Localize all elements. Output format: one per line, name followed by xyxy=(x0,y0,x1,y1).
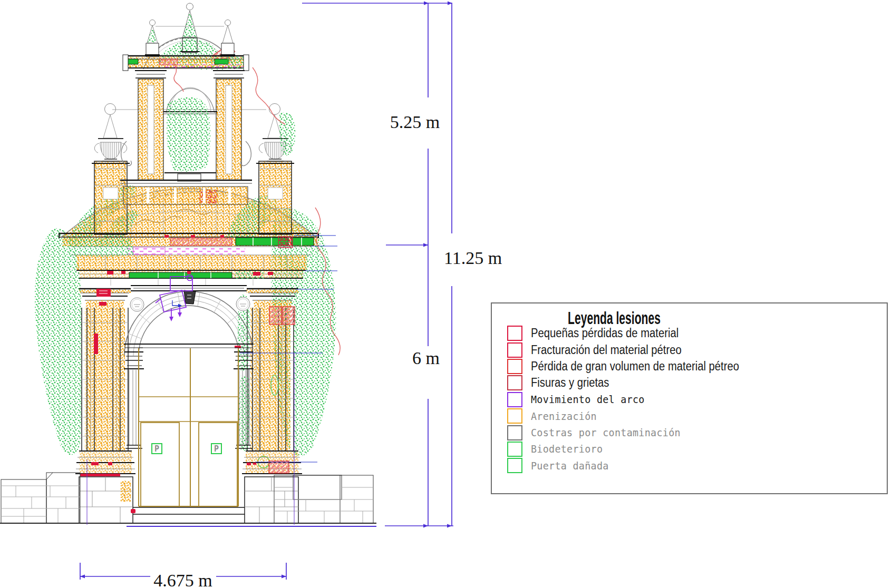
right-column-group xyxy=(238,289,298,468)
perdida-gran-volumen-label: Pérdida de gran volumen de material pétr… xyxy=(531,359,739,374)
door: P P xyxy=(139,344,238,506)
legend-row-perdida-gran-volumen: Pérdida de gran volumen de material pétr… xyxy=(507,358,883,375)
legend-row-costras: Costras por contaminación xyxy=(507,424,883,440)
movimiento-arco-swatch-icon xyxy=(507,392,522,407)
large-loss-patch xyxy=(269,307,282,325)
damaged-door-symbol: P xyxy=(154,444,159,454)
movimiento-arco-label: Movimiento del arco xyxy=(531,393,645,406)
puerta-danada-swatch: P xyxy=(507,458,522,473)
puerta-danada-label: Puerta dañada xyxy=(531,459,609,472)
pequenas-perdidas-swatch-icon xyxy=(507,326,522,341)
legend-row-arenizacion: Arenización xyxy=(507,408,883,424)
perdida-gran-volumen-swatch xyxy=(507,359,522,374)
left-urn xyxy=(92,104,130,235)
legend-row-puerta-danada: P Puerta dañada xyxy=(507,457,883,474)
legend-row-movimiento-arco: Movimiento del arco xyxy=(507,391,883,408)
legend-row-fracturacion: Fracturación del material pétreo xyxy=(507,341,883,358)
legend-row-biodeterioro: Biodeterioro xyxy=(507,441,883,457)
costras-swatch-icon xyxy=(507,425,522,440)
right-urn xyxy=(256,104,296,235)
fracturacion-swatch xyxy=(507,342,522,358)
green-band xyxy=(129,272,232,278)
legend-row-fisuras-grietas: Fisuras y grietas xyxy=(507,375,883,391)
puerta-danada-swatch-icon: P xyxy=(507,458,522,473)
small-loss-band xyxy=(80,474,120,476)
biodeterioro-label: Biodeterioro xyxy=(531,443,603,455)
facade-drawing: P P xyxy=(0,0,892,588)
imposts xyxy=(124,344,254,448)
arenizacion-label: Arenización xyxy=(531,410,597,423)
legend-row-pequenas-perdidas: Pequeñas pérdidas de material xyxy=(507,325,883,341)
costras-label: Costras por contaminación xyxy=(531,426,681,439)
condition-assessment-sheet: P P xyxy=(0,0,892,588)
legend-items: Pequeñas pérdidas de material Fracturaci… xyxy=(507,325,883,474)
main-arch xyxy=(124,290,253,356)
dim-width: 4.675 m xyxy=(153,571,212,588)
small-loss-mark xyxy=(96,289,111,297)
pequenas-perdidas-swatch xyxy=(507,326,522,341)
pequenas-perdidas-label: Pequeñas pérdidas de material xyxy=(531,326,678,340)
large-loss-band xyxy=(170,238,232,246)
legend-panel: Leyenda lesiones Pequeñas pérdidas de ma… xyxy=(491,302,888,494)
dim-lower-height: 6 m xyxy=(412,348,440,368)
left-column-group xyxy=(79,289,131,451)
dim-total-height: 11.25 m xyxy=(444,248,502,268)
fisuras-grietas-swatch-icon xyxy=(507,375,522,390)
arenizacion-swatch xyxy=(507,408,522,424)
perdida-gran-volumen-swatch-icon xyxy=(507,359,522,374)
fracturacion-label: Fracturación del material pétreo xyxy=(531,343,682,357)
damaged-door-symbol: P xyxy=(214,444,219,454)
side-walls xyxy=(0,473,376,523)
belfry xyxy=(112,3,266,204)
movimiento-arco-swatch xyxy=(507,392,522,407)
arenizacion-swatch-icon xyxy=(507,408,522,424)
fisuras-grietas-label: Fisuras y grietas xyxy=(531,376,609,390)
dim-upper-height: 5.25 m xyxy=(390,112,440,132)
costras-swatch xyxy=(507,425,522,440)
biodeterioro-swatch-icon xyxy=(507,442,522,457)
biodeterioro-swatch xyxy=(507,442,522,457)
costras-band xyxy=(127,247,245,254)
fracturacion-swatch-icon xyxy=(507,342,522,358)
fisuras-grietas-swatch xyxy=(507,375,522,390)
